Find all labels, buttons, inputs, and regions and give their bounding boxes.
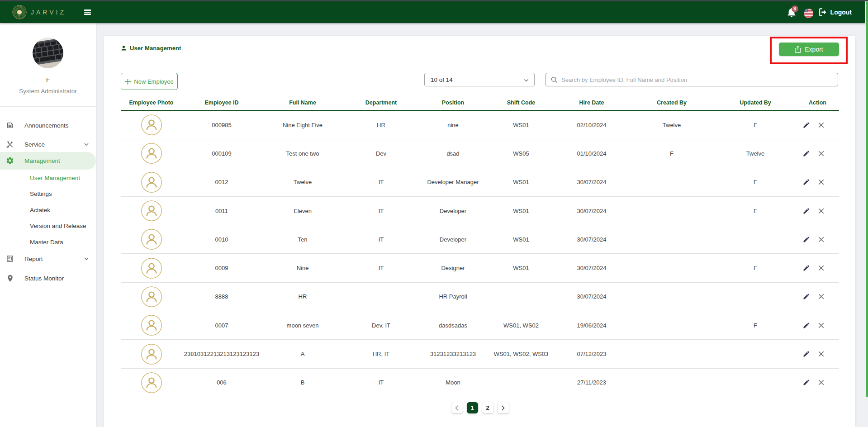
- employee-id-cell: 0007: [182, 322, 261, 329]
- delete-button[interactable]: [817, 121, 825, 128]
- shift-code-cell: WS01: [488, 179, 555, 185]
- column-header: Employee ID: [182, 100, 261, 106]
- person-icon: [121, 45, 127, 51]
- search-icon: [551, 76, 558, 83]
- sidebar-subitem-user-management[interactable]: User Management: [0, 170, 96, 186]
- us-flag-icon: [804, 9, 813, 18]
- sidebar-item-label: Status Monitor: [24, 275, 64, 282]
- edit-button[interactable]: [802, 236, 810, 243]
- pagination-prev-button[interactable]: [451, 402, 463, 413]
- sidebar-subitem-master-data[interactable]: Master Data: [0, 234, 96, 251]
- export-button[interactable]: Export: [779, 43, 839, 56]
- chevron-down-icon: [84, 142, 89, 147]
- x-icon: [818, 380, 824, 385]
- pagination-page-1-button[interactable]: 1: [467, 402, 478, 413]
- sidebar-subitem-label: Settings: [30, 190, 52, 197]
- delete-button[interactable]: [817, 207, 825, 214]
- delete-button[interactable]: [817, 236, 825, 243]
- sidebar-subitem-version-and-release[interactable]: Version and Release: [0, 218, 96, 234]
- full-name-cell: Ten: [261, 236, 344, 243]
- employee-avatar-icon: [141, 200, 162, 221]
- page-size-select[interactable]: 10 of 14: [424, 73, 535, 86]
- scrollbar-thumb[interactable]: [866, 1, 868, 397]
- search-box: [545, 73, 838, 86]
- edit-button[interactable]: [802, 179, 810, 186]
- column-header: Position: [418, 100, 488, 106]
- edit-button[interactable]: [802, 351, 810, 358]
- location-pin-icon: [6, 275, 14, 282]
- department-cell: IT: [344, 208, 418, 214]
- screen: JARVIZ 8: [0, 0, 868, 427]
- employee-avatar-icon: [141, 344, 162, 365]
- page-title: User Management: [121, 43, 181, 52]
- edit-button[interactable]: [802, 265, 810, 272]
- brand: JARVIZ: [12, 1, 66, 23]
- employee-photo-cell: [121, 200, 182, 221]
- pagination-page-2-button[interactable]: 2: [482, 402, 493, 413]
- table-row: 000109 Test one two Dev dsad WS05 01/10/…: [121, 139, 839, 168]
- sidebar-item-service[interactable]: Service: [0, 135, 96, 153]
- department-cell: IT: [344, 265, 418, 271]
- sidebar-subitem-actatek[interactable]: Actatek: [0, 202, 96, 218]
- profile-avatar[interactable]: [33, 38, 63, 68]
- table-row: 23810312213213123123123 A HR, IT 3123123…: [121, 340, 839, 368]
- delete-button[interactable]: [817, 265, 825, 272]
- action-cell: [796, 150, 839, 157]
- plus-icon: [125, 79, 131, 85]
- sidebar-item-status-monitor[interactable]: Status Monitor: [0, 269, 96, 287]
- user-management-card: User Management Export New Employee 10 o…: [104, 36, 855, 427]
- sidebar-subitem-label: Master Data: [30, 239, 63, 246]
- edit-button[interactable]: [802, 322, 810, 329]
- employee-id-cell: 0010: [182, 236, 261, 243]
- department-cell: HR: [344, 122, 418, 128]
- x-icon: [818, 237, 824, 242]
- delete-button[interactable]: [817, 379, 825, 386]
- delete-button[interactable]: [817, 150, 825, 157]
- notifications-button[interactable]: 8: [787, 7, 796, 17]
- delete-button[interactable]: [817, 293, 825, 300]
- table-row: 0007 moon seven Dev, IT dasdsadas WS01, …: [121, 311, 839, 340]
- updated-by-cell: F: [715, 322, 796, 329]
- edit-button[interactable]: [802, 379, 810, 386]
- x-icon: [818, 294, 824, 299]
- edit-button[interactable]: [802, 150, 810, 157]
- delete-button[interactable]: [817, 322, 825, 329]
- sidebar-item-management[interactable]: Management: [0, 152, 96, 170]
- x-icon: [818, 208, 824, 214]
- shift-code-cell: WS01, WS02: [488, 322, 555, 329]
- pagination-next-button[interactable]: [498, 402, 509, 413]
- column-header: Shift Code: [488, 100, 555, 106]
- brand-name: JARVIZ: [31, 9, 66, 16]
- logout-button[interactable]: Logout: [819, 8, 852, 16]
- employee-id-cell: 0012: [182, 179, 261, 185]
- sidebar-item-label: Management: [24, 157, 60, 164]
- x-icon: [818, 323, 824, 328]
- position-cell: Developer: [418, 236, 488, 243]
- created-by-cell: F: [629, 150, 715, 157]
- new-employee-button[interactable]: New Employee: [121, 73, 178, 90]
- employee-photo-cell: [121, 372, 182, 393]
- employee-photo-cell: [121, 315, 182, 336]
- edit-button[interactable]: [802, 207, 810, 214]
- new-employee-label: New Employee: [134, 78, 173, 85]
- delete-button[interactable]: [817, 179, 825, 186]
- employee-avatar-icon: [141, 258, 162, 279]
- delete-button[interactable]: [817, 351, 825, 358]
- shift-code-cell: WS01: [488, 122, 555, 128]
- full-name-cell: A: [261, 351, 344, 357]
- pagination: 1 2: [121, 402, 839, 413]
- action-cell: [796, 207, 839, 214]
- column-header: Updated By: [715, 100, 796, 106]
- edit-button[interactable]: [802, 121, 810, 128]
- sidebar-subitem-settings[interactable]: Settings: [0, 186, 96, 202]
- employee-id-cell: 8888: [182, 293, 261, 300]
- pencil-icon: [803, 322, 810, 329]
- search-input[interactable]: [561, 73, 833, 86]
- language-button[interactable]: [804, 9, 813, 18]
- export-label: Export: [805, 46, 823, 53]
- sidebar-toggle-button[interactable]: [84, 8, 91, 16]
- sidebar-item-report[interactable]: Report: [0, 250, 96, 268]
- sidebar-item-announcements[interactable]: Announcements: [0, 116, 96, 134]
- employee-avatar-icon: [141, 172, 162, 193]
- edit-button[interactable]: [802, 293, 810, 300]
